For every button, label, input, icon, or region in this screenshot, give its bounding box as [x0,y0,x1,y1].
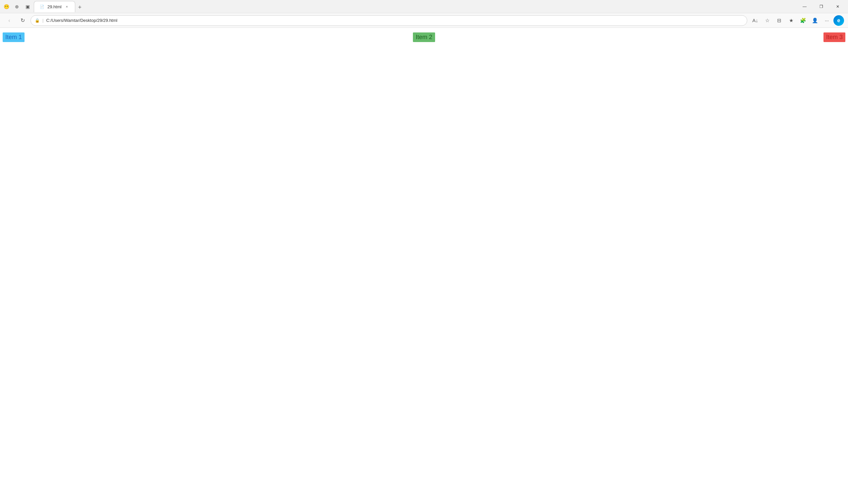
item-3-label: Item 3 [826,34,843,40]
minimize-button[interactable]: — [797,1,812,12]
tab-close-button[interactable]: × [64,4,70,9]
tab-title: 29.html [47,4,62,9]
refresh-button[interactable]: ↻ [17,15,28,26]
item-3-badge: Item 3 [824,33,845,42]
profile-icon[interactable]: 😶 [3,3,10,10]
restore-button[interactable]: ❐ [814,1,829,12]
active-tab[interactable]: 📄 29.html × [34,1,75,12]
page-content: Item 1 Item 2 Item 3 [0,28,848,504]
tab-favicon-icon: 📄 [39,4,45,9]
address-separator: | [42,18,44,23]
window-controls: — ❐ ✕ [797,1,845,12]
extensions-button[interactable]: 🧩 [798,15,808,26]
back-button[interactable]: ‹ [4,15,15,26]
more-button[interactable]: ··· [821,15,832,26]
address-text: C:/Users/Wamtar/Desktop/29/29.html [46,18,743,23]
items-container: Item 1 Item 2 Item 3 [0,28,848,47]
nav-right-icons: A↓ ☆ ⊟ ★ 🧩 👤 ··· e [750,15,844,26]
new-tab-button[interactable]: + [75,3,85,12]
split-view-button[interactable]: ⊟ [774,15,784,26]
close-button[interactable]: ✕ [830,1,845,12]
lock-icon: 🔒 [35,18,40,23]
item-2-label: Item 2 [416,34,432,40]
workspaces-icon[interactable]: ⊕ [13,3,20,10]
read-aloud-button[interactable]: A↓ [750,15,761,26]
item-1-label: Item 1 [5,34,22,40]
address-bar[interactable]: 🔒 | C:/Users/Wamtar/Desktop/29/29.html [31,15,747,26]
title-bar-icons: 😶 ⊕ ▣ [3,3,31,10]
browser-window: 😶 ⊕ ▣ 📄 29.html × + — ❐ ✕ ‹ ↻ 🔒 | C:/Use… [0,0,848,504]
title-bar: 😶 ⊕ ▣ 📄 29.html × + — ❐ ✕ [0,0,848,13]
profile-button[interactable]: 👤 [810,15,820,26]
collections-icon[interactable]: ▣ [24,3,31,10]
tabs-bar: 📄 29.html × + [34,1,794,12]
edge-logo-icon: e [833,15,844,26]
item-1-badge: Item 1 [3,33,24,42]
nav-bar: ‹ ↻ 🔒 | C:/Users/Wamtar/Desktop/29/29.ht… [0,13,848,28]
favorites2-button[interactable]: ★ [786,15,796,26]
item-2-badge: Item 2 [413,33,435,42]
favorites-button[interactable]: ☆ [762,15,773,26]
